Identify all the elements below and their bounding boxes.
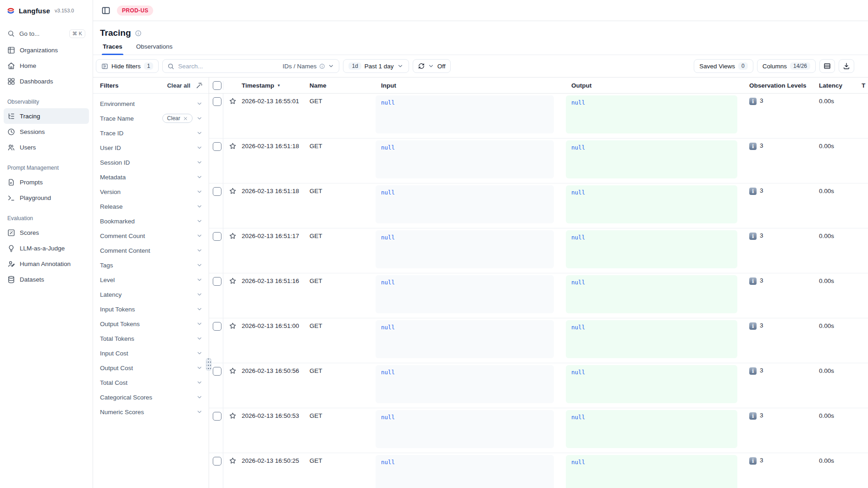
sidebar-item[interactable]: Dashboards (4, 73, 89, 89)
filter-row[interactable]: Output Tokens (93, 316, 209, 331)
filter-row[interactable]: Input Tokens (93, 302, 209, 316)
sidebar-item[interactable]: Organizations (4, 42, 89, 58)
sidebar-item[interactable]: Home (4, 58, 89, 73)
table-row[interactable]: 2026-02-13 16:50:25 GET null null i 3 (209, 453, 868, 488)
sidebar-item[interactable]: Tracing (4, 108, 89, 124)
time-range-selector[interactable]: 1d Past 1 day (343, 59, 409, 73)
bookmark-star-icon[interactable] (229, 232, 237, 240)
tab[interactable]: Traces (102, 43, 123, 55)
filter-clear-chip[interactable]: Clear (162, 114, 193, 123)
table-row[interactable]: 2026-02-13 16:51:16 GET null null i 3 (209, 273, 868, 318)
column-header-observation-levels[interactable]: Observation Levels (749, 82, 819, 89)
goto-search-button[interactable]: Go to... ⌘ K (4, 26, 89, 41)
bookmark-star-icon[interactable] (229, 277, 237, 285)
filter-row[interactable]: Total Tokens (93, 331, 209, 346)
filter-row[interactable]: Input Cost (93, 346, 209, 360)
traces-table: Timestamp ▼ Name Input Output Observatio… (209, 78, 868, 488)
column-header-input[interactable]: Input (376, 82, 566, 89)
filter-row[interactable]: Environment (93, 96, 209, 111)
environment-badge[interactable]: PROD-US (117, 6, 153, 16)
saved-views-button[interactable]: Saved Views 0 (694, 59, 753, 73)
column-header-timestamp[interactable]: Timestamp ▼ (242, 82, 310, 89)
keyboard-shortcut-badge: ⌘ K (69, 29, 85, 38)
info-level-icon: i (749, 188, 757, 195)
row-checkbox[interactable] (213, 142, 221, 151)
filter-row[interactable]: User ID (93, 140, 209, 155)
search-icon (7, 30, 15, 37)
sidebar-item[interactable]: Datasets (4, 272, 89, 287)
panel-resize-handle[interactable] (206, 358, 211, 371)
columns-button[interactable]: Columns 14/26 (757, 59, 816, 73)
row-checkbox[interactable] (213, 412, 221, 421)
filter-row[interactable]: Output Cost (93, 360, 209, 375)
row-checkbox[interactable] (213, 367, 221, 376)
filter-row[interactable]: Categorical Scores (93, 390, 209, 405)
bookmark-star-icon[interactable] (229, 367, 237, 375)
sidebar-item[interactable]: Human Annotation (4, 256, 89, 272)
sidebar-item[interactable]: LLM-as-a-Judge (4, 240, 89, 256)
chevron-down-icon (196, 394, 203, 400)
tab[interactable]: Observations (135, 43, 174, 55)
export-download-button[interactable] (839, 59, 854, 73)
table-row[interactable]: 2026-02-13 16:51:18 GET null null i 3 (209, 139, 868, 183)
table-row[interactable]: 2026-02-13 16:51:18 GET null null i 3 (209, 183, 868, 228)
search-input[interactable] (178, 63, 279, 70)
filter-row[interactable]: Numeric Scores (93, 405, 209, 419)
bookmark-star-icon[interactable] (229, 322, 237, 330)
row-checkbox[interactable] (213, 277, 221, 286)
table-row[interactable]: 2026-02-13 16:55:01 GET null null i 3 (209, 94, 868, 139)
filter-row[interactable]: Comment Content (93, 243, 209, 258)
column-header-latency[interactable]: Latency (819, 82, 862, 89)
row-checkbox[interactable] (213, 322, 221, 331)
filter-row[interactable]: Version (93, 184, 209, 199)
table-row[interactable]: 2026-02-13 16:51:17 GET null null i 3 (209, 228, 868, 273)
hide-filters-button[interactable]: Hide filters 1 (96, 59, 159, 73)
sidebar-item[interactable]: Sessions (4, 124, 89, 139)
select-all-checkbox[interactable] (213, 81, 221, 90)
ai-filter-wand-icon[interactable] (196, 82, 203, 89)
row-checkbox[interactable] (213, 457, 221, 466)
info-icon[interactable] (135, 30, 142, 37)
filter-row[interactable]: Comment Count (93, 228, 209, 243)
bookmark-star-icon[interactable] (229, 187, 237, 195)
filter-label: Tags (100, 262, 193, 269)
row-height-button[interactable] (819, 59, 835, 73)
observation-levels-cell: i 3 (749, 453, 819, 488)
bookmark-star-icon[interactable] (229, 142, 237, 150)
observation-levels-cell: i 3 (749, 183, 819, 228)
filter-row[interactable]: Trace Name Clear (93, 111, 209, 126)
bookmark-star-icon[interactable] (229, 457, 237, 465)
filter-row[interactable]: Latency (93, 287, 209, 302)
column-header-name[interactable]: Name (310, 82, 376, 89)
chevron-down-icon (196, 218, 203, 224)
row-checkbox[interactable] (213, 232, 221, 241)
sidebar-item[interactable]: Users (4, 139, 89, 155)
sidebar-item[interactable]: Prompts (4, 174, 89, 190)
chevron-down-icon (196, 247, 203, 254)
observation-levels-cell: i 3 (749, 363, 819, 408)
filter-row[interactable]: Trace ID (93, 126, 209, 140)
table-row[interactable]: 2026-02-13 16:50:53 GET null null i 3 (209, 408, 868, 453)
filter-row[interactable]: Release (93, 199, 209, 214)
sidebar-toggle-button[interactable] (101, 6, 111, 15)
filter-row[interactable]: Total Cost (93, 375, 209, 390)
row-checkbox[interactable] (213, 97, 221, 106)
row-checkbox[interactable] (213, 187, 221, 196)
auto-refresh-button[interactable]: Off (413, 59, 451, 73)
filter-row[interactable]: Bookmarked (93, 214, 209, 228)
filter-row[interactable]: Session ID (93, 155, 209, 170)
bookmark-star-icon[interactable] (229, 412, 237, 420)
sidebar-item[interactable]: Playground (4, 190, 89, 205)
clear-all-filters-button[interactable]: Clear all (167, 82, 190, 89)
sidebar-item[interactable]: Scores (4, 225, 89, 240)
filter-row[interactable]: Level (93, 272, 209, 287)
table-row[interactable]: 2026-02-13 16:51:00 GET null null i 3 (209, 318, 868, 363)
search-mode-selector[interactable]: IDs / Names (282, 63, 334, 70)
column-header-output[interactable]: Output (566, 82, 749, 89)
filter-row[interactable]: Metadata (93, 170, 209, 184)
table-row[interactable]: 2026-02-13 16:50:56 GET null null i 3 (209, 363, 868, 408)
saved-views-label: Saved Views (699, 63, 735, 70)
filter-row[interactable]: Tags (93, 258, 209, 272)
auto-refresh-label: Off (437, 63, 446, 70)
bookmark-star-icon[interactable] (229, 97, 237, 105)
